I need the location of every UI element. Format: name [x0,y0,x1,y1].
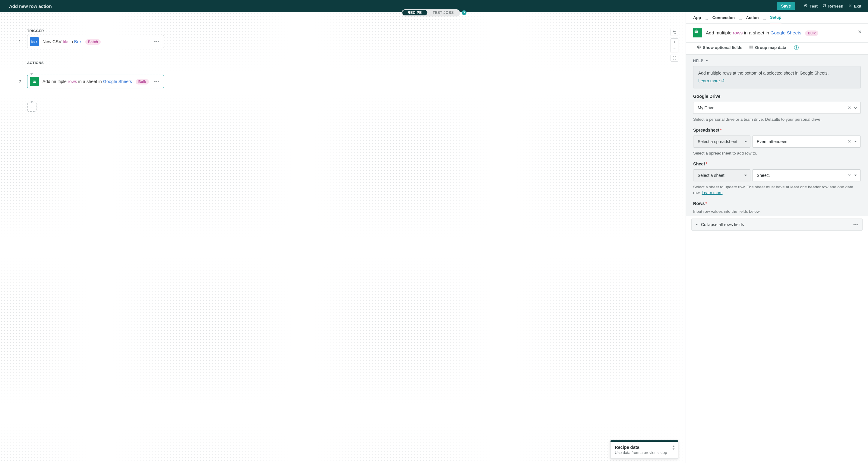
connector [32,90,164,103]
close-icon [848,4,852,8]
help-info-box: Add multiple rows at the bottom of a sel… [693,66,861,88]
columns-icon [749,45,753,50]
sheet-learn-more-link[interactable]: Learn more [702,191,723,195]
tab-recipe[interactable]: RECIPE [402,10,427,16]
rows-label: Rows* [693,201,861,206]
expand-icon [672,445,675,451]
undo-icon [672,30,677,35]
clear-sheet-button[interactable] [846,172,853,179]
tab-test-jobs[interactable]: TEST JOBS [427,10,459,16]
zoom-out-button[interactable]: − [671,45,678,52]
add-step-button[interactable]: + [27,103,36,112]
chevron-down-icon[interactable] [853,138,858,145]
recipe-data-title: Recipe data [615,445,674,450]
trigger-card-text: New CSV file in Box Batch [42,39,153,44]
bulk-badge: Bulk [136,79,149,85]
zoom-in-button[interactable]: + [671,38,678,45]
recipe-canvas[interactable]: TRIGGER 1 box New CSV file in Box Batch … [0,12,686,463]
google-sheets-app-icon [693,28,702,37]
separator [798,3,798,9]
help-section-toggle[interactable]: HELP [693,59,861,63]
google-sheets-app-icon [30,77,39,86]
sheet-select-button[interactable]: Select a sheet [693,169,750,181]
chevron-down-icon [744,173,747,178]
step-number: 1 [18,39,22,44]
actions-section-label: ACTIONS [27,61,164,65]
collapse-rows-button[interactable]: Collapse all rows fields ••• [691,219,863,231]
action-card[interactable]: Add multiple rows in a sheet in Google S… [27,75,164,88]
setup-header-text: Add multiple rows in a sheet in Google S… [706,30,861,36]
connector [32,50,164,59]
refresh-icon [823,4,827,8]
sheet-value[interactable]: Sheet1 [757,173,846,178]
undo-button[interactable] [671,29,678,36]
spreadsheet-select-button[interactable]: Select a spreadsheet [693,136,750,148]
trigger-section-label: TRIGGER [27,29,164,33]
test-button[interactable]: Test [801,2,820,10]
google-drive-value[interactable]: My Drive [698,105,846,110]
mode-tabs: RECIPE TEST JOBS [402,9,460,16]
arrow-icon: → [703,17,711,22]
card-more-icon[interactable]: ••• [153,79,161,85]
bulk-badge: Bulk [805,30,818,36]
minus-icon: − [673,47,676,51]
google-drive-hint: Select a personal drive or a team drive.… [693,117,861,122]
clear-drive-button[interactable] [846,104,853,111]
chevron-down-icon [695,222,698,227]
spreadsheet-label: Spreadsheet* [693,128,861,133]
connector [32,66,164,75]
bc-setup[interactable]: Setup [770,15,781,23]
eye-icon [697,45,701,50]
sheet-label: Sheet* [693,162,861,166]
refresh-button[interactable]: Refresh [820,2,846,10]
rows-hint: Input row values into the fields below. [693,209,861,214]
target-icon [804,4,808,8]
card-more-icon[interactable]: ••• [153,39,161,45]
spreadsheet-value[interactable]: Event attendees [757,139,846,144]
svg-rect-6 [750,46,751,48]
bc-action[interactable]: Action [746,16,759,23]
fit-view-button[interactable] [671,55,678,62]
recipe-data-panel[interactable]: Recipe data Use data from a previous ste… [610,440,678,459]
close-panel-button[interactable] [858,30,862,35]
batch-badge: Batch [85,39,101,45]
clear-spreadsheet-button[interactable] [846,138,853,145]
plus-icon: + [673,39,676,44]
svg-rect-7 [752,46,752,48]
chevron-up-icon [705,59,709,63]
help-icon[interactable]: ? [794,45,799,50]
spreadsheet-hint: Select a spreadsheet to add row to. [693,151,861,156]
box-app-icon: box [30,37,39,46]
chevron-down-icon[interactable] [853,172,858,179]
page-title: Add new row action [9,4,52,9]
google-drive-label: Google Drive [693,94,861,99]
action-card-text: Add multiple rows in a sheet in Google S… [42,79,153,84]
sheet-hint: Select a sheet to update row. The sheet … [693,184,861,195]
svg-point-5 [698,47,700,48]
arrow-icon: → [761,17,769,22]
step-number: 2 [18,79,22,84]
chevron-down-icon [744,139,747,144]
bc-app[interactable]: App [693,16,701,23]
save-button[interactable]: Save [777,2,795,10]
learn-more-link[interactable]: Learn more [698,79,724,83]
svg-point-1 [805,5,806,6]
group-map-data-button[interactable]: Group map data [749,45,786,50]
fit-icon [673,56,677,61]
more-icon[interactable]: ••• [853,222,859,227]
external-link-icon [721,79,724,83]
help-icon[interactable]: ? [462,10,466,15]
show-optional-fields-button[interactable]: Show optional fields [697,45,742,50]
chevron-down-icon[interactable] [853,104,858,111]
bc-connection[interactable]: Connection [712,16,735,23]
exit-button[interactable]: Exit [846,2,864,10]
recipe-data-subtitle: Use data from a previous step [615,450,674,455]
trigger-card[interactable]: box New CSV file in Box Batch ••• [27,35,164,48]
arrow-icon: → [737,17,744,22]
